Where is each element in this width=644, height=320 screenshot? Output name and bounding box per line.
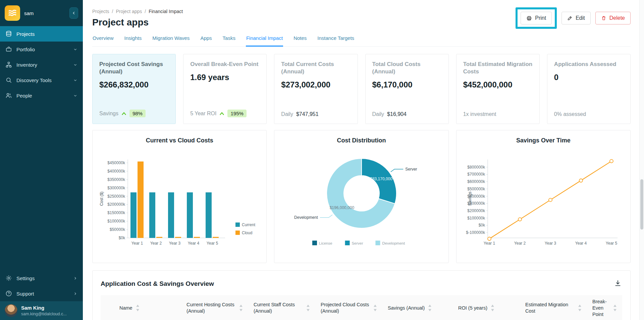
user-profile[interactable]: Sam King sam.king@tidalcloud.c... bbox=[0, 301, 83, 320]
sort-carets-icon[interactable] bbox=[613, 304, 617, 312]
chevron-down-icon bbox=[73, 93, 77, 98]
tab-financial-impact[interactable]: Financial Impact bbox=[246, 35, 283, 47]
delete-button[interactable]: Delete bbox=[595, 12, 631, 24]
sort-carets-icon[interactable] bbox=[306, 304, 310, 312]
chevron-left-icon bbox=[71, 11, 76, 15]
sidebar-item-people[interactable]: People bbox=[0, 88, 83, 103]
column-header-roi[interactable]: ROI (5 years) bbox=[453, 295, 520, 320]
svg-text:Development: Development bbox=[382, 241, 405, 245]
edit-button[interactable]: Edit bbox=[561, 12, 591, 24]
column-header-break-even[interactable]: Break-Even Point bbox=[587, 295, 622, 320]
tab-apps[interactable]: Apps bbox=[200, 35, 212, 46]
svg-text:$50000k: $50000k bbox=[110, 227, 125, 232]
line-chart-svg: $-100000k$0k$100000k$200000k$300000k$400… bbox=[457, 146, 630, 260]
roi-percent-badge: 195% bbox=[227, 110, 246, 117]
download-icon bbox=[614, 279, 622, 287]
bar-chart-svg: $0k$50000k$100000k$150000k$200000k$25000… bbox=[93, 146, 266, 260]
main-content: Projects / Project apps / Financial Impa… bbox=[83, 0, 644, 320]
svg-text:Savings: Savings bbox=[468, 192, 472, 206]
chart-title: Savings Over Time bbox=[457, 137, 630, 144]
sort-carets-icon[interactable] bbox=[428, 304, 432, 312]
question-circle-icon bbox=[5, 290, 12, 297]
breadcrumb-item-current: Financial Impact bbox=[149, 9, 183, 14]
svg-text:$700000k: $700000k bbox=[468, 172, 486, 177]
svg-text:Current: Current bbox=[242, 222, 256, 227]
sidebar-item-label: Portfolio bbox=[16, 47, 35, 52]
sidebar-item-projects[interactable]: Projects bbox=[0, 26, 83, 42]
print-button[interactable]: Print bbox=[521, 12, 552, 24]
sidebar-item-settings[interactable]: Settings bbox=[0, 270, 83, 286]
search-icon bbox=[5, 77, 12, 83]
sort-carets-icon[interactable] bbox=[373, 304, 377, 312]
sidebar: sam Projects Portfolio bbox=[0, 0, 83, 320]
tab-instance-targets[interactable]: Instance Targets bbox=[317, 35, 355, 46]
svg-text:Year 4: Year 4 bbox=[188, 241, 200, 246]
svg-text:$200000k: $200000k bbox=[468, 208, 486, 213]
tab-overview[interactable]: Overview bbox=[92, 35, 114, 46]
printer-icon bbox=[526, 15, 532, 21]
chart-title: Current vs Cloud Costs bbox=[93, 137, 266, 144]
scrollbar-thumb[interactable] bbox=[640, 179, 643, 230]
svg-text:Year 4: Year 4 bbox=[575, 241, 587, 246]
donut-chart-svg: $83,170,000Server$196,000,000Development… bbox=[275, 146, 448, 260]
sidebar-footer: Settings Support Sam King sam.king@tidal… bbox=[0, 270, 83, 320]
chevron-right-icon bbox=[73, 292, 77, 296]
kpi-card-break-even: Overall Break-Even Point 1.69 years 5 Ye… bbox=[183, 54, 267, 124]
sort-carets-icon[interactable] bbox=[136, 304, 140, 312]
column-header-name[interactable]: Name bbox=[101, 295, 181, 320]
caret-up-icon bbox=[219, 112, 224, 116]
sidebar-item-portfolio[interactable]: Portfolio bbox=[0, 42, 83, 57]
column-header-current-staff[interactable]: Current Staff Costs (Annual) bbox=[248, 295, 315, 320]
sidebar-item-label: Settings bbox=[16, 275, 35, 281]
column-header-current-hosting[interactable]: Current Hosting Costs (Annual) bbox=[181, 295, 248, 320]
caret-up-icon bbox=[121, 112, 126, 116]
sidebar-item-label: Projects bbox=[16, 31, 35, 37]
svg-text:$400000k: $400000k bbox=[107, 169, 125, 174]
chart-card-current-vs-cloud: Current vs Cloud Costs $0k$50000k$100000… bbox=[92, 130, 267, 263]
user-email: sam.king@tidalcloud.c... bbox=[21, 311, 67, 317]
svg-text:$0k: $0k bbox=[479, 223, 485, 228]
tidal-logo-icon bbox=[7, 8, 17, 18]
column-header-savings-annual[interactable]: Savings (Annual) bbox=[382, 295, 453, 320]
kpi-card-projected-savings: Projected Cost Savings (Annual) $266,832… bbox=[92, 54, 176, 124]
kpi-row: Projected Cost Savings (Annual) $266,832… bbox=[92, 54, 631, 124]
tab-insights[interactable]: Insights bbox=[124, 35, 142, 46]
tab-tasks[interactable]: Tasks bbox=[222, 35, 236, 46]
sidebar-item-discovery-tools[interactable]: Discovery Tools bbox=[0, 72, 83, 88]
svg-text:$350000k: $350000k bbox=[107, 177, 125, 182]
charts-row: Current vs Cloud Costs $0k$50000k$100000… bbox=[92, 130, 631, 263]
svg-text:$300000k: $300000k bbox=[107, 186, 125, 190]
gear-icon bbox=[5, 275, 12, 281]
svg-text:Year 5: Year 5 bbox=[606, 241, 618, 246]
svg-text:Year 1: Year 1 bbox=[484, 241, 495, 246]
download-button[interactable] bbox=[613, 279, 622, 289]
tab-migration-waves[interactable]: Migration Waves bbox=[152, 35, 190, 46]
avatar bbox=[5, 304, 17, 317]
breadcrumb-item-project-apps[interactable]: Project apps bbox=[116, 9, 142, 14]
svg-text:Year 1: Year 1 bbox=[131, 241, 143, 246]
daily-cost-value: $747,951 bbox=[296, 111, 319, 117]
tab-notes[interactable]: Notes bbox=[293, 35, 307, 46]
sort-carets-icon[interactable] bbox=[578, 304, 582, 312]
sort-carets-icon[interactable] bbox=[239, 304, 243, 312]
page-scrollbar[interactable] bbox=[639, 0, 644, 320]
workspace-name: sam bbox=[24, 10, 34, 16]
column-header-estimated-migration[interactable]: Estimated Migration Cost bbox=[520, 295, 587, 320]
breadcrumb-separator: / bbox=[112, 9, 113, 14]
kpi-card-current-costs: Total Current Costs (Annual) $273,002,00… bbox=[274, 54, 358, 124]
svg-text:Cloud: Cloud bbox=[242, 231, 252, 235]
breadcrumb-item-projects[interactable]: Projects bbox=[92, 9, 109, 14]
sort-carets-icon[interactable] bbox=[491, 304, 494, 312]
sidebar-item-support[interactable]: Support bbox=[0, 286, 83, 301]
chevron-down-icon bbox=[73, 78, 77, 82]
people-icon bbox=[5, 92, 12, 99]
column-header-projected-cloud[interactable]: Projected Cloud Costs (Annual) bbox=[315, 295, 382, 320]
pencil-icon bbox=[567, 15, 573, 21]
sidebar-collapse-button[interactable] bbox=[69, 7, 78, 19]
svg-text:Development: Development bbox=[294, 215, 318, 220]
sidebar-item-inventory[interactable]: Inventory bbox=[0, 57, 83, 72]
svg-text:Cost ($): Cost ($) bbox=[99, 192, 104, 206]
table-header-row: Name Current Hosting Costs (Annual) Curr… bbox=[101, 295, 622, 320]
daily-cost-value: $16,904 bbox=[387, 111, 407, 117]
briefcase-icon bbox=[5, 46, 12, 53]
